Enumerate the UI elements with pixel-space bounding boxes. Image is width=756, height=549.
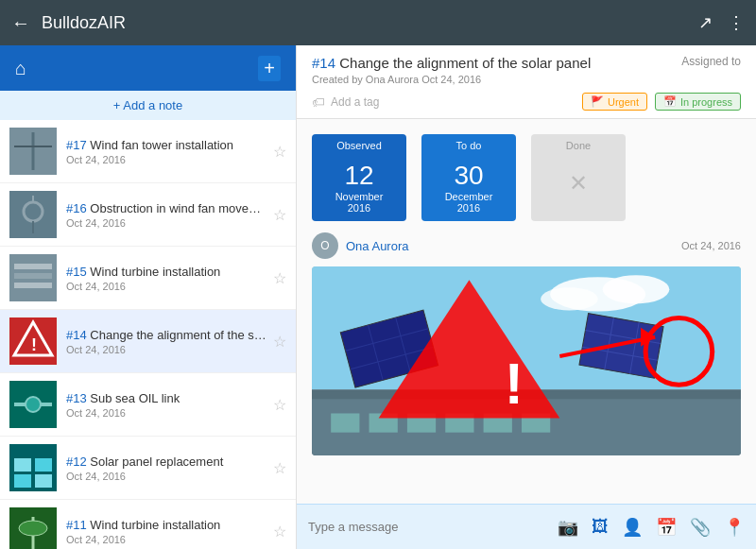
done-date-body: ✕ <box>531 157 626 212</box>
comment-section: O Ona Aurora Oct 24, 2016 <box>297 232 756 504</box>
item-title: #11 Wind turbine installation <box>66 518 267 532</box>
main-layout: ⌂ + + Add a note #17 Wind fan tower inst… <box>0 45 756 549</box>
header-top-row: #14 Change the alignment of the solar pa… <box>312 55 741 72</box>
left-panel: ⌂ + + Add a note #17 Wind fan tower inst… <box>0 45 297 549</box>
star-icon[interactable]: ☆ <box>273 269 286 287</box>
left-header: ⌂ + <box>0 45 296 91</box>
star-icon[interactable]: ☆ <box>273 143 286 161</box>
add-note-bar[interactable]: + Add a note <box>0 91 296 120</box>
tag-row: 🏷 Add a tag 🚩 Urgent 📅 In progress <box>312 93 741 111</box>
svg-rect-10 <box>14 283 52 288</box>
item-thumbnail <box>9 128 57 175</box>
item-date: Oct 24, 2016 <box>66 344 267 355</box>
app-title: BulldozAIR <box>42 13 698 33</box>
back-button[interactable]: ← <box>11 12 30 34</box>
item-title: #12 Solar panel replacement <box>66 455 267 469</box>
item-date: Oct 24, 2016 <box>66 154 267 165</box>
item-thumbnail: ! <box>9 317 57 365</box>
created-by: Created by Ona Aurora Oct 24, 2016 <box>312 74 741 85</box>
location-icon[interactable]: 📍 <box>724 517 745 538</box>
svg-rect-31 <box>331 413 359 432</box>
item-title: #17 Wind fan tower installation <box>66 138 267 152</box>
list-item[interactable]: #17 Wind fan tower installation Oct 24, … <box>0 120 296 183</box>
todo-date-body: 30 December 2016 <box>421 157 516 221</box>
tag-icon: 🏷 <box>312 94 325 110</box>
person-icon[interactable]: 👤 <box>622 517 643 538</box>
observation-list: #17 Wind fan tower installation Oct 24, … <box>0 120 296 549</box>
message-icons: 📷 🖼 👤 📅 📎 📍 <box>558 517 745 538</box>
todo-day: 30 <box>425 163 512 189</box>
item-date: Oct 24, 2016 <box>66 471 267 482</box>
item-thumbnail <box>9 444 57 491</box>
item-content: #12 Solar panel replacement Oct 24, 2016 <box>66 455 267 482</box>
todo-month: December <box>425 191 512 202</box>
item-thumbnail <box>9 254 57 301</box>
svg-point-24 <box>19 521 47 536</box>
svg-point-27 <box>603 275 670 303</box>
item-date: Oct 24, 2016 <box>66 281 267 292</box>
item-title: #16 Obstruction in wind fan movement <box>66 201 267 215</box>
item-thumbnail <box>9 507 57 549</box>
item-date: Oct 24, 2016 <box>66 534 267 545</box>
item-content: #16 Obstruction in wind fan movement Oct… <box>66 201 267 229</box>
attachment-icon[interactable]: 📎 <box>690 517 711 538</box>
star-icon[interactable]: ☆ <box>273 459 286 477</box>
item-date: Oct 24, 2016 <box>66 407 267 419</box>
observed-year: 2016 <box>316 202 403 214</box>
topbar-actions: ↗ ⋮ <box>698 12 745 33</box>
svg-rect-21 <box>35 474 52 488</box>
list-item[interactable]: #15 Wind turbine installation Oct 24, 20… <box>0 247 296 310</box>
add-tag-button[interactable]: Add a tag <box>331 95 582 109</box>
list-item[interactable]: #16 Obstruction in wind fan movement Oct… <box>0 183 296 247</box>
list-item[interactable]: #13 Sub sea OIL link Oct 24, 2016 ☆ <box>0 373 296 437</box>
inprogress-badge: 📅 In progress <box>655 93 741 111</box>
svg-text:!: ! <box>505 352 524 416</box>
list-item[interactable]: #11 Wind turbine installation Oct 24, 20… <box>0 500 296 549</box>
star-icon[interactable]: ☆ <box>273 333 286 351</box>
detail-title-text: Change the alignment of the solar panel <box>339 55 591 71</box>
topbar: ← BulldozAIR ↗ ⋮ <box>0 0 756 45</box>
item-num: #11 <box>66 518 87 532</box>
item-title: #15 Wind turbine installation <box>66 265 267 279</box>
svg-rect-19 <box>35 458 52 472</box>
list-item[interactable]: ! #14 Change the alignment of the solar … <box>0 310 296 373</box>
svg-text:!: ! <box>31 335 37 354</box>
assigned-label: Assigned to <box>681 55 741 68</box>
todo-date-card: To do 30 December 2016 <box>421 134 516 221</box>
star-icon[interactable]: ☆ <box>273 396 286 414</box>
todo-label: To do <box>421 134 516 157</box>
avatar: O <box>312 232 338 259</box>
detail-num: #14 <box>312 55 335 71</box>
item-num: #14 <box>66 328 87 342</box>
add-observation-icon[interactable]: + <box>258 56 281 81</box>
tag-badges: 🚩 Urgent 📅 In progress <box>582 93 741 111</box>
menu-icon[interactable]: ⋮ <box>728 12 745 33</box>
item-date: Oct 24, 2016 <box>66 217 267 229</box>
comment-date: Oct 24, 2016 <box>681 240 741 251</box>
right-panel: #14 Change the alignment of the solar pa… <box>297 45 756 549</box>
item-title: #14 Change the alignment of the solar pa… <box>66 328 267 342</box>
share-icon[interactable]: ↗ <box>698 12 713 33</box>
comment-header: O Ona Aurora Oct 24, 2016 <box>312 232 741 259</box>
item-content: #15 Wind turbine installation Oct 24, 20… <box>66 265 267 292</box>
observed-day: 12 <box>316 163 403 189</box>
calendar-icon[interactable]: 📅 <box>656 517 677 538</box>
star-icon[interactable]: ☆ <box>273 523 286 540</box>
item-num: #16 <box>66 201 87 215</box>
svg-point-16 <box>26 397 41 412</box>
item-content: #17 Wind fan tower installation Oct 24, … <box>66 138 267 165</box>
dates-row: Observed 12 November 2016 To do 30 Decem… <box>297 119 756 232</box>
camera-icon[interactable]: 📷 <box>558 517 578 538</box>
observed-month: November <box>316 191 403 202</box>
item-content: #14 Change the alignment of the solar pa… <box>66 328 267 355</box>
list-item[interactable]: #12 Solar panel replacement Oct 24, 2016… <box>0 437 296 500</box>
star-icon[interactable]: ☆ <box>273 206 286 224</box>
home-icon[interactable]: ⌂ <box>15 58 26 79</box>
image-icon[interactable]: 🖼 <box>592 517 609 538</box>
svg-rect-8 <box>14 264 52 269</box>
observed-date-body: 12 November 2016 <box>312 157 406 221</box>
svg-rect-9 <box>14 273 52 279</box>
message-input[interactable] <box>308 520 558 534</box>
item-num: #15 <box>66 265 87 279</box>
done-label: Done <box>531 134 626 157</box>
